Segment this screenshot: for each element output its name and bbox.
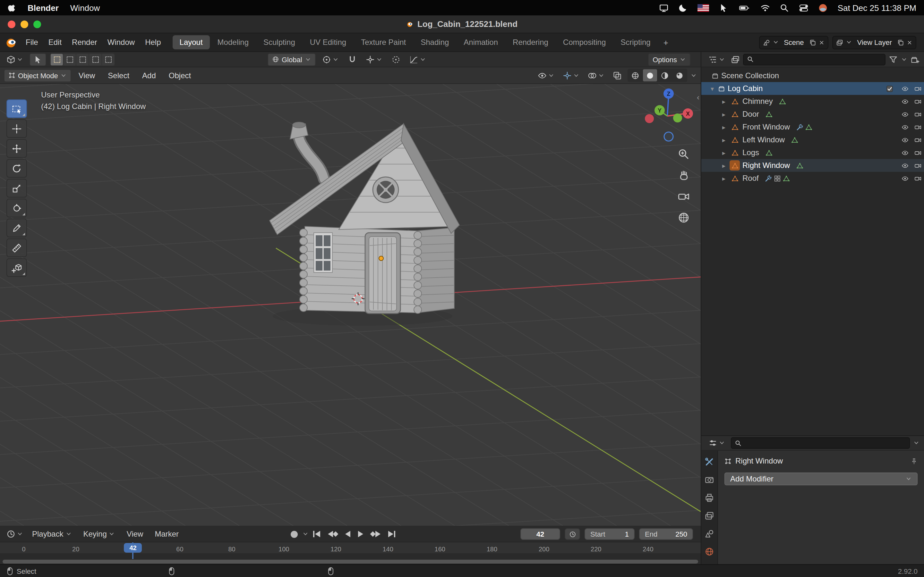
workspace-tab[interactable]: Rendering (506, 35, 556, 49)
show-gizmo-selector[interactable] (560, 69, 582, 81)
hide-eye-icon[interactable] (901, 85, 909, 92)
workspace-tab[interactable]: UV Editing (303, 35, 353, 49)
options-dropdown[interactable]: Options (648, 53, 690, 66)
jump-to-start-button[interactable] (310, 528, 323, 540)
workspace-tab[interactable]: Modeling (210, 35, 256, 49)
preview-range-clock-button[interactable] (565, 528, 580, 540)
play-reverse-button[interactable] (342, 528, 354, 540)
disable-camera-icon[interactable] (914, 111, 921, 118)
side-wall[interactable] (417, 227, 454, 313)
remove-view-layer-icon[interactable] (907, 39, 913, 45)
timeline-ruler[interactable]: 020406080100120140160180200220240 (0, 542, 701, 554)
expand-icon[interactable]: ▸ (720, 149, 727, 156)
chevron-down-icon[interactable] (913, 440, 919, 446)
round-window[interactable] (373, 177, 399, 203)
chevron-down-icon[interactable] (302, 531, 309, 537)
gizmo-neg-y-ball[interactable] (673, 113, 682, 122)
tab-view-layer-icon[interactable] (704, 511, 714, 521)
shading-material-button[interactable] (658, 69, 672, 81)
object-visibility-selector[interactable] (535, 69, 557, 81)
show-overlays-selector[interactable] (585, 69, 607, 81)
disable-camera-icon[interactable] (914, 162, 921, 169)
select-mode-set[interactable] (51, 53, 63, 65)
snap-target-selector[interactable] (363, 53, 385, 65)
outliner-item-row[interactable]: ▸ Front Window (701, 121, 924, 133)
disable-camera-icon[interactable] (914, 136, 921, 143)
battery-icon[interactable] (738, 3, 751, 13)
collapse-icon[interactable]: ▾ (709, 85, 716, 92)
disable-camera-icon[interactable] (914, 149, 921, 156)
sidebar-collapse-arrow[interactable]: ‹ (697, 93, 699, 102)
topbar-menu-item[interactable]: Render (67, 36, 102, 49)
display-mode-icon[interactable] (731, 55, 740, 64)
select-mode-invert[interactable] (89, 53, 102, 65)
macos-menu-item[interactable]: Window (70, 3, 100, 13)
front-window[interactable] (314, 233, 333, 272)
viewport-3d[interactable]: User Perspective (42) Log Cabin | Right … (0, 84, 701, 526)
outliner-item-row[interactable]: ▸ Roof (701, 172, 924, 185)
annotate-tool[interactable] (6, 219, 27, 237)
zoom-button[interactable] (678, 148, 690, 160)
outliner-editor-type-selector[interactable] (706, 53, 728, 65)
navigation-gizmo[interactable]: Z Y X (636, 87, 701, 151)
active-tool-button[interactable] (29, 53, 46, 66)
unlink-scene-icon[interactable] (819, 39, 825, 45)
expand-icon[interactable]: ▸ (720, 175, 727, 182)
hide-eye-icon[interactable] (901, 98, 909, 105)
viewport-menu-item[interactable]: View (73, 69, 101, 82)
keying-menu[interactable]: Keying (78, 527, 120, 540)
topbar-menu-item[interactable]: Window (102, 36, 140, 49)
hide-eye-icon[interactable] (901, 123, 909, 131)
expand-icon[interactable]: ▸ (720, 162, 727, 169)
hide-eye-icon[interactable] (901, 136, 909, 143)
timeline-track[interactable] (0, 554, 701, 559)
editor-type-selector[interactable] (4, 53, 26, 65)
close-window-button[interactable] (8, 21, 15, 28)
start-frame-field[interactable]: Start 1 (585, 528, 635, 540)
pivot-point-selector[interactable] (320, 53, 341, 65)
cursor-tool[interactable] (6, 119, 27, 138)
workspace-tab[interactable]: Sculpting (256, 35, 302, 49)
workspace-tab[interactable]: Animation (457, 35, 505, 49)
record-button[interactable] (288, 528, 301, 540)
proportional-falloff-selector[interactable] (407, 53, 429, 65)
pin-icon[interactable] (911, 458, 918, 464)
shading-wireframe-button[interactable] (628, 69, 642, 81)
current-frame-badge[interactable]: 42 (124, 543, 142, 553)
properties-editor-type-selector[interactable] (706, 437, 728, 449)
rotate-tool[interactable] (6, 159, 27, 177)
tab-scene-icon[interactable] (704, 529, 714, 538)
outliner-item-row[interactable]: ▸ Logs (701, 146, 924, 159)
outliner-search-input[interactable] (756, 55, 882, 63)
outliner-item-row[interactable]: ▸ Chimney (701, 95, 924, 108)
play-button[interactable] (355, 528, 367, 540)
screen-mirroring-icon[interactable] (659, 3, 669, 13)
viewport-menu-item[interactable]: Add (136, 69, 162, 82)
prev-keyframe-button[interactable] (325, 528, 341, 540)
gizmo-neg-x-ball[interactable] (645, 114, 654, 123)
hide-eye-icon[interactable] (901, 162, 909, 169)
new-scene-icon[interactable] (809, 39, 816, 46)
pan-hand-button[interactable] (678, 169, 690, 181)
properties-search-input[interactable] (744, 439, 906, 447)
expand-icon[interactable]: ▸ (720, 136, 727, 143)
apple-menu-icon[interactable] (8, 3, 16, 13)
workspace-tab[interactable]: Scripting (614, 35, 657, 49)
add-cube-tool[interactable] (6, 258, 27, 277)
scene-collection-row[interactable]: Scene Collection (701, 69, 924, 82)
app-menu-blender[interactable]: Blender (27, 3, 59, 13)
timeline-view-menu[interactable]: View (121, 527, 149, 540)
chevron-down-icon[interactable] (901, 56, 907, 63)
outliner-item-row[interactable]: ▸ Right Window (701, 159, 924, 172)
shading-rendered-button[interactable] (672, 69, 687, 81)
collection-row-log-cabin[interactable]: ▾ Log Cabin (701, 82, 924, 95)
hide-eye-icon[interactable] (901, 175, 909, 182)
outliner-item-row[interactable]: ▸ Door (701, 108, 924, 121)
shading-solid-button[interactable] (643, 69, 657, 81)
outliner-item-row[interactable]: ▸ Left Window (701, 133, 924, 146)
timeline-scrollbar[interactable] (0, 559, 701, 564)
next-keyframe-button[interactable] (368, 528, 384, 540)
proportional-edit-toggle[interactable] (389, 53, 403, 65)
disable-camera-icon[interactable] (914, 85, 921, 92)
snap-toggle[interactable] (345, 53, 359, 65)
